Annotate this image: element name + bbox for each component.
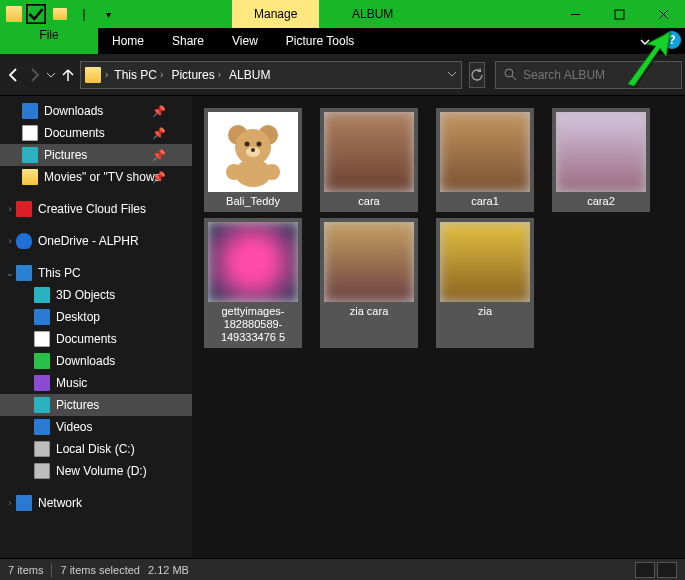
file-thumbnail [324, 112, 414, 192]
file-item[interactable]: cara [320, 108, 418, 212]
drive-icon [34, 441, 50, 457]
file-item[interactable]: gettyimages-182880589-149333476 5 [204, 218, 302, 348]
file-item[interactable]: zia cara [320, 218, 418, 348]
sidebar-item-pics[interactable]: Pictures [0, 394, 192, 416]
sidebar-item-documents[interactable]: Documents📌 [0, 122, 192, 144]
search-input[interactable] [523, 68, 673, 82]
pictures-icon [22, 147, 38, 163]
sidebar-item-movies[interactable]: Movies" or "TV shows📌 [0, 166, 192, 188]
breadcrumb-segment[interactable]: ALBUM [227, 68, 272, 82]
app-icon[interactable] [6, 6, 22, 22]
sidebar-item-creative-cloud[interactable]: ›Creative Cloud Files [0, 198, 192, 220]
chevron-right-icon[interactable]: › [105, 69, 108, 80]
downloads-icon [34, 353, 50, 369]
chevron-right-icon[interactable]: › [4, 498, 16, 508]
navigation-sidebar: Downloads📌 Documents📌 Pictures📌 Movies" … [0, 96, 192, 558]
search-icon [504, 68, 517, 81]
tab-home[interactable]: Home [98, 28, 158, 54]
recent-dropdown-icon[interactable] [46, 62, 56, 88]
videos-icon [34, 419, 50, 435]
chevron-right-icon[interactable]: › [4, 236, 16, 246]
context-tab[interactable]: Manage [232, 0, 319, 28]
objects-icon [34, 287, 50, 303]
sidebar-item-ddrive[interactable]: New Volume (D:) [0, 460, 192, 482]
breadcrumb-text: This PC [114, 68, 157, 82]
sidebar-item-3dobjects[interactable]: 3D Objects [0, 284, 192, 306]
svg-point-15 [226, 164, 242, 180]
folder-icon [22, 169, 38, 185]
chevron-right-icon[interactable]: › [4, 204, 16, 214]
maximize-button[interactable] [597, 0, 641, 28]
file-thumbnail [556, 112, 646, 192]
navigation-bar: › This PC› Pictures› ALBUM [0, 54, 685, 96]
breadcrumb-text: ALBUM [229, 68, 270, 82]
file-item[interactable]: Bali_Teddy [204, 108, 302, 212]
svg-point-13 [251, 148, 255, 152]
minimize-button[interactable] [553, 0, 597, 28]
sidebar-item-network[interactable]: ›Network [0, 492, 192, 514]
file-item[interactable]: cara1 [436, 108, 534, 212]
sidebar-item-videos[interactable]: Videos [0, 416, 192, 438]
tab-view[interactable]: View [218, 28, 272, 54]
svg-point-10 [245, 142, 250, 147]
forward-button[interactable] [26, 62, 42, 88]
tab-file[interactable]: File [0, 28, 98, 54]
pc-icon [16, 265, 32, 281]
address-folder-icon [85, 67, 101, 83]
file-pane[interactable]: Bali_Teddycaracara1cara2gettyimages-1828… [192, 96, 685, 558]
sidebar-item-docs[interactable]: Documents [0, 328, 192, 350]
sidebar-item-downloads[interactable]: Downloads📌 [0, 100, 192, 122]
up-button[interactable] [60, 62, 76, 88]
qat-checkbox-icon[interactable] [26, 4, 46, 24]
window-title: ALBUM [352, 0, 393, 28]
window-controls [553, 0, 685, 28]
sidebar-item-dl[interactable]: Downloads [0, 350, 192, 372]
status-selected: 7 items selected [60, 564, 139, 576]
tab-picture-tools[interactable]: Picture Tools [272, 28, 368, 54]
refresh-button[interactable] [469, 62, 485, 88]
breadcrumb-segment[interactable]: This PC› [112, 68, 165, 82]
sidebar-item-cdrive[interactable]: Local Disk (C:) [0, 438, 192, 460]
file-item[interactable]: cara2 [552, 108, 650, 212]
file-thumbnail [208, 112, 298, 192]
help-icon[interactable]: ? [663, 31, 681, 49]
chevron-right-icon[interactable]: › [160, 69, 163, 80]
qat-dropdown-icon[interactable]: ▾ [98, 4, 118, 24]
pin-icon: 📌 [152, 171, 166, 184]
address-bar[interactable]: › This PC› Pictures› ALBUM [80, 61, 462, 89]
search-box[interactable] [495, 61, 682, 89]
chevron-down-icon[interactable]: ⌄ [4, 268, 16, 278]
sidebar-label: Local Disk (C:) [56, 442, 135, 456]
file-thumbnail [440, 112, 530, 192]
view-icons-button[interactable] [657, 562, 677, 578]
sidebar-item-music[interactable]: Music [0, 372, 192, 394]
view-details-button[interactable] [635, 562, 655, 578]
address-dropdown-icon[interactable] [447, 68, 457, 82]
drive-icon [34, 463, 50, 479]
file-label: cara2 [556, 192, 646, 208]
breadcrumb-segment[interactable]: Pictures› [169, 68, 223, 82]
sidebar-item-pictures[interactable]: Pictures📌 [0, 144, 192, 166]
pin-icon: 📌 [152, 149, 166, 162]
svg-point-16 [264, 164, 280, 180]
sidebar-label: New Volume (D:) [56, 464, 147, 478]
music-icon [34, 375, 50, 391]
ribbon-collapse-icon[interactable] [633, 28, 657, 54]
close-button[interactable] [641, 0, 685, 28]
sidebar-item-thispc[interactable]: ⌄This PC [0, 262, 192, 284]
sidebar-label: 3D Objects [56, 288, 115, 302]
file-label: Bali_Teddy [208, 192, 298, 208]
sidebar-item-onedrive[interactable]: ›OneDrive - ALPHR [0, 230, 192, 252]
file-item[interactable]: zia [436, 218, 534, 348]
qat-folder-icon[interactable] [50, 4, 70, 24]
file-thumbnail [208, 222, 298, 302]
status-bar: 7 items 7 items selected 2.12 MB [0, 558, 685, 580]
sidebar-item-desktop[interactable]: Desktop [0, 306, 192, 328]
tab-share[interactable]: Share [158, 28, 218, 54]
back-button[interactable] [6, 62, 22, 88]
chevron-right-icon[interactable]: › [218, 69, 221, 80]
sidebar-label: Pictures [44, 148, 87, 162]
network-icon [16, 495, 32, 511]
file-label: zia [440, 302, 530, 318]
file-thumbnail [440, 222, 530, 302]
